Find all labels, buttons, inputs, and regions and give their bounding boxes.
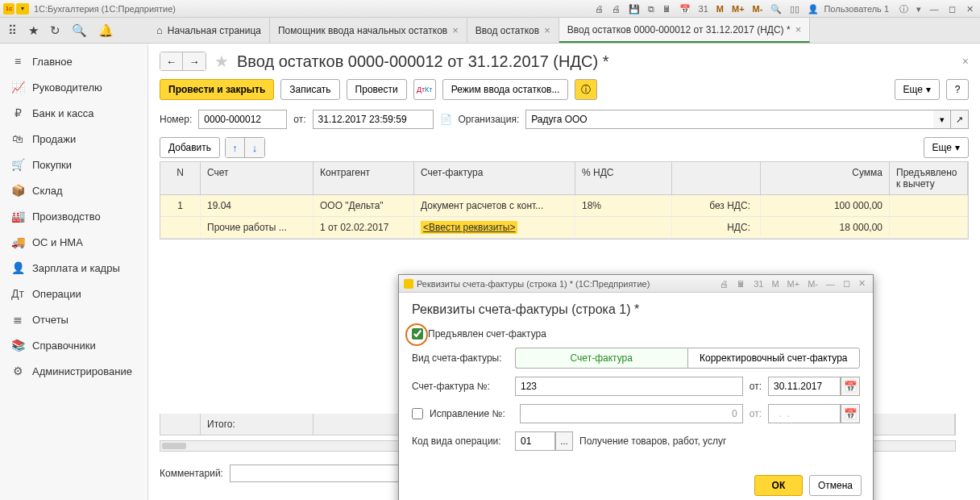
move-down-button[interactable]: ↓ (245, 138, 264, 157)
opcode-input[interactable] (515, 431, 555, 451)
col-header-sum[interactable]: Сумма (761, 162, 890, 194)
correction-number-input[interactable] (520, 404, 743, 423)
popup-cal-icon[interactable]: 31 (751, 279, 766, 289)
dtkt-button[interactable]: ДтКт (413, 79, 436, 100)
type-correction-button[interactable]: Корректировочный счет-фактура (687, 348, 861, 369)
compare-icon[interactable]: ⧉ (646, 4, 657, 15)
sf-number-input[interactable] (515, 377, 743, 396)
m-icon[interactable]: M (714, 4, 726, 14)
maximize-button[interactable]: ◻ (945, 4, 959, 15)
popup-mplus-icon[interactable]: M+ (785, 279, 803, 289)
document-close-button[interactable]: × (962, 55, 969, 68)
post-and-close-button[interactable]: Провести и закрыть (160, 79, 274, 100)
date-input[interactable] (313, 110, 434, 129)
correction-date-picker-button[interactable]: 📅 (841, 404, 860, 423)
org-input[interactable] (525, 110, 933, 129)
save-button[interactable]: Записать (280, 79, 339, 100)
add-row-button[interactable]: Добавить (160, 137, 220, 158)
sf-date-input[interactable] (768, 377, 841, 396)
close-window-button[interactable]: ✕ (962, 4, 977, 15)
popup-close-button[interactable]: ✕ (856, 278, 868, 289)
move-up-button[interactable]: ↑ (226, 138, 245, 157)
apps-icon[interactable]: ⠿ (8, 23, 17, 38)
minimize-button[interactable]: — (927, 4, 941, 14)
popup-minimize-button[interactable]: — (824, 279, 837, 289)
sidebar-item-warehouse[interactable]: 📦Склад (0, 177, 147, 203)
correction-date-input[interactable] (768, 404, 841, 423)
app-menu-dropdown[interactable]: ▾ (16, 3, 29, 15)
org-open-button[interactable]: ↗ (951, 110, 969, 129)
tab-document[interactable]: Ввод остатков 0000-000012 от 31.12.2017 … (559, 18, 810, 43)
sidebar-item-salary[interactable]: 👤Зарплата и кадры (0, 255, 147, 281)
org-dropdown-button[interactable]: ▾ (933, 110, 951, 129)
calendar-icon[interactable]: 📄 (440, 114, 452, 125)
sidebar-item-reports[interactable]: ≣Отчеты (0, 306, 147, 332)
mode-button[interactable]: Режим ввода остатков... (442, 79, 569, 100)
info-button[interactable]: ⓘ (575, 79, 597, 100)
tab-helper[interactable]: Помощник ввода начальных остатков× (270, 18, 467, 43)
table-row[interactable]: 1 19.04 ООО "Дельта" Документ расчетов с… (160, 195, 968, 217)
more-button[interactable]: Еще ▾ (895, 79, 940, 100)
save-icon[interactable]: 💾 (626, 4, 642, 15)
correction-checkbox[interactable] (412, 408, 423, 419)
favorite-star-icon[interactable]: ★ (214, 52, 229, 71)
print2-icon[interactable]: 🖨 (609, 4, 623, 14)
sf-date-picker-button[interactable]: 📅 (841, 377, 860, 396)
m-minus-icon[interactable]: M- (750, 4, 766, 14)
opcode-select-button[interactable]: … (555, 431, 573, 451)
sidebar-item-assets[interactable]: 🚚ОС и НМА (0, 229, 147, 255)
sidebar-item-production[interactable]: 🏭Производство (0, 203, 147, 229)
close-icon[interactable]: × (795, 23, 802, 35)
search-titlebar-icon[interactable]: 🔍 (768, 4, 784, 15)
search-icon[interactable]: 🔍 (72, 23, 87, 38)
sidebar-item-manager[interactable]: 📈Руководителю (0, 74, 147, 100)
m-plus-icon[interactable]: M+ (729, 4, 747, 14)
help-button[interactable]: ? (946, 79, 969, 100)
col-header-vat[interactable]: % НДС (575, 162, 672, 194)
popup-m-icon[interactable]: M (769, 279, 781, 289)
col-header-account[interactable]: Счет (201, 162, 314, 194)
popup-calc-icon[interactable]: 🖩 (734, 279, 748, 289)
popup-maximize-button[interactable]: ◻ (841, 278, 853, 289)
bell-icon[interactable]: 🔔 (98, 23, 114, 38)
col-header-n[interactable]: N (160, 162, 201, 194)
history-icon[interactable]: ↻ (50, 23, 60, 38)
popup-mminus-icon[interactable]: M- (805, 279, 820, 289)
ok-button[interactable]: ОК (754, 475, 803, 496)
sidebar-item-catalogs[interactable]: 📚Справочники (0, 332, 147, 358)
print-icon[interactable]: 🖨 (592, 4, 606, 14)
sidebar-item-sales[interactable]: 🛍Продажи (0, 126, 147, 152)
col-header-deduct[interactable]: Предъявлено к вычету (890, 162, 968, 194)
type-invoice-button[interactable]: Счет-фактура (515, 348, 687, 369)
cal31-icon[interactable]: 31 (696, 4, 711, 14)
popup-print-icon[interactable]: 🖨 (717, 279, 731, 289)
nav-forward-button[interactable]: → (183, 52, 206, 70)
info-dd-icon[interactable]: ▾ (914, 4, 924, 15)
number-input[interactable] (198, 110, 287, 129)
enter-requisites-link[interactable]: <Ввести реквизиты> (421, 221, 517, 234)
tab-home[interactable]: ⌂Начальная страница (148, 18, 270, 43)
tab-entry[interactable]: Ввод остатков× (467, 18, 559, 43)
close-icon[interactable]: × (452, 24, 459, 36)
panels-icon[interactable]: ▯▯ (787, 4, 802, 15)
sidebar-item-bank[interactable]: ₽Банк и касса (0, 100, 147, 126)
star-icon[interactable]: ★ (28, 23, 39, 38)
invoice-presented-checkbox[interactable] (412, 328, 423, 340)
user-menu[interactable]: 👤 Пользователь 1 (805, 4, 894, 15)
sidebar-item-admin[interactable]: ⚙Администрирование (0, 358, 147, 384)
col-header-invoice[interactable]: Счет-фактура (414, 162, 575, 194)
calc-icon[interactable]: 🖩 (660, 4, 674, 14)
sidebar-item-main[interactable]: ≡Главное (0, 48, 147, 74)
sidebar-item-purchases[interactable]: 🛒Покупки (0, 152, 147, 177)
table-row[interactable]: Прочие работы ... 1 от 02.02.2017 <Ввест… (160, 217, 968, 239)
table-more-button[interactable]: Еще ▾ (924, 137, 969, 158)
sidebar-item-operations[interactable]: ДтОперации (0, 281, 147, 306)
post-button[interactable]: Провести (347, 79, 407, 100)
info-icon[interactable]: ⓘ (897, 3, 911, 15)
opcode-label: Код вида операции: (412, 435, 509, 447)
col-header-contractor[interactable]: Контрагент (314, 162, 414, 194)
cancel-button[interactable]: Отмена (809, 475, 862, 496)
nav-back-button[interactable]: ← (160, 52, 183, 70)
close-icon[interactable]: × (544, 24, 550, 36)
calendar-icon[interactable]: 📅 (677, 4, 693, 15)
